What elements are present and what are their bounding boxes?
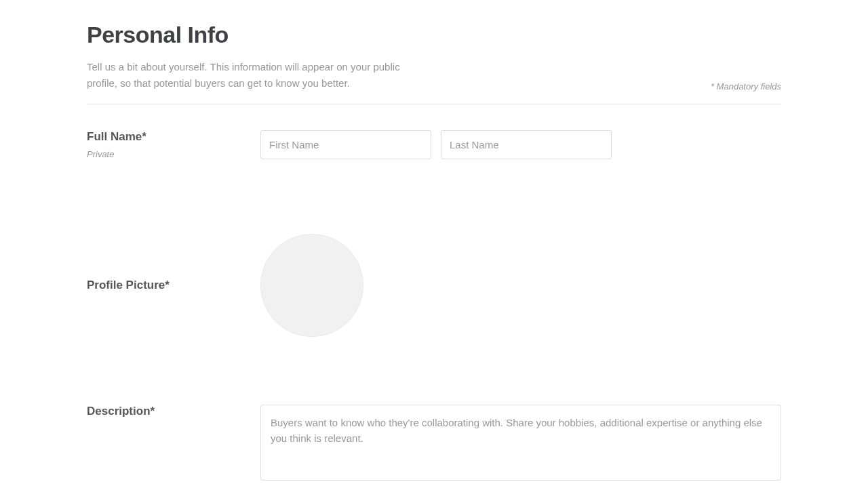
profile-picture-label: Profile Picture*	[87, 279, 260, 292]
description-label: Description*	[87, 405, 260, 418]
mandatory-legend: * Mandatory fields	[711, 81, 781, 92]
full-name-row: Full Name* Private	[87, 104, 781, 159]
description-row: Description*	[87, 337, 781, 481]
first-name-input[interactable]	[260, 130, 431, 159]
profile-picture-row: Profile Picture*	[87, 159, 781, 337]
avatar-upload[interactable]	[260, 234, 363, 337]
full-name-private: Private	[87, 149, 260, 159]
page-subtitle: Tell us a bit about yourself. This infor…	[87, 59, 406, 92]
form-header: Personal Info Tell us a bit about yourse…	[87, 22, 781, 104]
last-name-input[interactable]	[441, 130, 612, 159]
description-textarea[interactable]	[260, 405, 781, 481]
page-title: Personal Info	[87, 22, 781, 48]
full-name-label: Full Name*	[87, 130, 260, 144]
